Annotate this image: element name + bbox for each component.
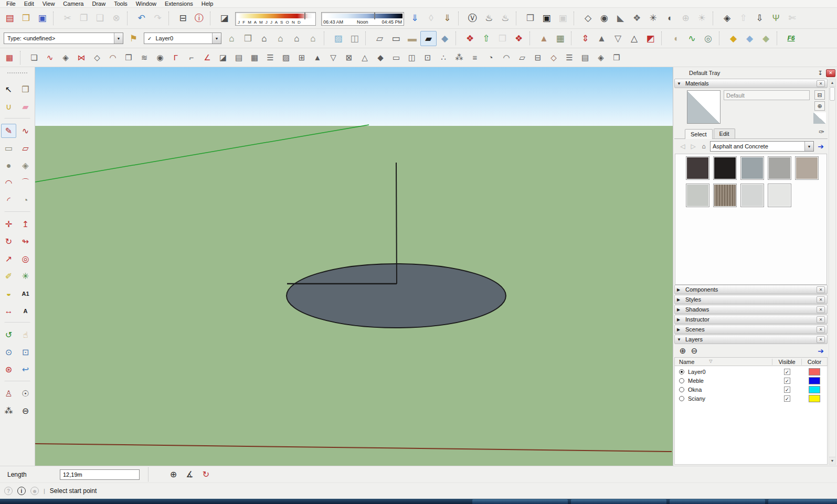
view-back-icon[interactable]: ⌂ — [289, 31, 305, 46]
user-icon[interactable]: ☻ — [30, 487, 39, 495]
menu-item[interactable]: File — [2, 0, 20, 7]
plugin-tool-37-icon[interactable]: ◈ — [593, 50, 609, 65]
axes-tool[interactable]: ✳ — [18, 269, 33, 283]
layer-radio[interactable] — [679, 387, 684, 392]
plugin-tool-15-icon[interactable]: ▦ — [247, 50, 262, 65]
orbit-tool[interactable]: ↺ — [1, 328, 16, 342]
vray-clipper-icon[interactable]: ✄ — [784, 10, 800, 26]
layer-color-swatch[interactable] — [809, 386, 820, 393]
layer-radio[interactable] — [679, 378, 684, 383]
wire-sphere-icon[interactable]: ◎ — [700, 31, 716, 46]
forward-arrow-icon[interactable]: ▷ — [689, 142, 697, 151]
menu-item[interactable]: Edit — [20, 0, 38, 7]
materials-section-header[interactable]: ▼ Materials ✕ — [674, 79, 828, 88]
tray-section-header[interactable]: ▶ Components ✕ — [674, 285, 828, 294]
layer-dropdown[interactable]: ✓ Layer0 ▼ — [144, 33, 221, 44]
sandbox-from-scratch-icon[interactable]: ▦ — [552, 31, 568, 46]
plugin-tool-04-icon[interactable]: ⋈ — [73, 50, 89, 65]
soap-skin-box-blue-icon[interactable]: ◆ — [741, 31, 758, 46]
print-icon[interactable]: ⊟ — [175, 10, 191, 26]
paint-bucket-tool[interactable]: ∪ — [1, 100, 16, 114]
download-component-icon[interactable]: ❒ — [494, 31, 511, 46]
layer-radio[interactable] — [679, 369, 684, 374]
menu-item[interactable]: Draw — [88, 0, 110, 7]
share-model-icon[interactable]: ❖ — [462, 31, 478, 46]
rectangle-tool[interactable]: ▭ — [1, 141, 16, 155]
layers-close-button[interactable]: ✕ — [817, 336, 825, 343]
tray-section-header[interactable]: ▶ Styles ✕ — [674, 295, 828, 304]
column-name[interactable]: Name — [679, 359, 694, 365]
plugin-tool-10-icon[interactable]: Γ — [168, 50, 184, 65]
toggle-terrain-icon[interactable]: ◊ — [423, 10, 439, 26]
vray-logo-icon[interactable]: Ⓥ — [464, 10, 481, 26]
layer-row[interactable]: Layer0 ✓ — [675, 367, 827, 376]
tab-select[interactable]: Select — [685, 129, 713, 139]
layer-row[interactable]: Meble ✓ — [675, 376, 827, 385]
create-material-button[interactable]: ⊕ — [814, 101, 825, 111]
info-icon[interactable]: i — [17, 487, 26, 495]
sandbox-from-contours-icon[interactable]: ▲ — [536, 31, 552, 46]
layer-name[interactable]: Meble — [688, 378, 772, 384]
layer-name[interactable]: Okna — [688, 387, 772, 393]
circle-tool[interactable]: ● — [1, 158, 16, 173]
vray-render-icon[interactable]: ♨ — [481, 10, 497, 26]
fredo6-tools-icon[interactable]: F6 — [783, 31, 799, 46]
position-camera-tool[interactable]: ♙ — [1, 387, 16, 401]
vray-asset-editor-icon[interactable]: ❒ — [522, 10, 538, 26]
collapse-arrow-icon[interactable]: ▼ — [677, 81, 682, 86]
plugin-tool-36-icon[interactable]: ▤ — [577, 50, 593, 65]
tray-close-button[interactable]: ✕ — [826, 69, 835, 77]
walk-tool[interactable]: ⁂ — [1, 404, 16, 418]
shadow-time-slider[interactable]: 06:43 AM Noon 04:45 PM — [321, 12, 404, 26]
section-close-button[interactable]: ✕ — [817, 286, 825, 293]
plugin-tool-25-icon[interactable]: ◫ — [404, 50, 420, 65]
toolbar-grip[interactable] — [7, 72, 27, 75]
tray-scrollbar[interactable]: ▲ ▼ — [829, 79, 836, 465]
section-plane-tool[interactable]: ⊖ — [18, 404, 33, 418]
plugin-tool-30-icon[interactable]: ◔ — [483, 50, 499, 65]
expand-arrow-icon[interactable]: ▶ — [677, 307, 682, 312]
back-arrow-icon[interactable]: ◁ — [679, 142, 687, 151]
rotated-rectangle-tool[interactable]: ▱ — [18, 141, 33, 155]
plugin-tool-17-icon[interactable]: ▨ — [278, 50, 294, 65]
plugin-tool-22-icon[interactable]: △ — [357, 50, 373, 65]
section-close-button[interactable]: ✕ — [817, 296, 825, 303]
menu-item[interactable]: Window — [132, 0, 161, 7]
materials-close-button[interactable]: ✕ — [817, 80, 825, 87]
section-close-button[interactable]: ✕ — [817, 326, 825, 333]
expand-arrow-icon[interactable]: ▶ — [677, 317, 682, 322]
monochrome-icon[interactable]: ◆ — [437, 31, 453, 46]
plugin-tool-21-icon[interactable]: ⊠ — [341, 50, 357, 65]
soap-skin-box-yellow-icon[interactable]: ◆ — [725, 31, 741, 46]
layer-name[interactable]: Sciany — [688, 395, 772, 402]
vray-interactive-render-icon[interactable]: ♨ — [497, 10, 513, 26]
plugin-tool-14-icon[interactable]: ▤ — [231, 50, 247, 65]
expand-arrow-icon[interactable]: ▶ — [677, 297, 682, 302]
share-component-icon[interactable]: ⇧ — [478, 31, 494, 46]
model-info-icon[interactable]: ⓘ — [191, 10, 207, 26]
two-point-arc-tool[interactable]: ⌒ — [18, 176, 33, 190]
make-component-tool[interactable]: ❒ — [18, 82, 33, 96]
classification-type-dropdown[interactable]: Type: <undefined> ▼ — [4, 33, 123, 44]
plugin-tool-11-icon[interactable]: ⌐ — [184, 50, 199, 65]
dropdown-arrow-icon[interactable]: ▼ — [212, 33, 221, 44]
view-top-icon[interactable]: ⌂ — [272, 31, 289, 46]
shaded-with-textures-icon[interactable]: ▰ — [420, 31, 437, 46]
offset-tool[interactable]: ◎ — [18, 252, 33, 266]
zoom-window-tool[interactable]: ⊡ — [18, 345, 33, 359]
plugin-tool-38-icon[interactable]: ❒ — [609, 50, 624, 65]
plugin-tool-09-icon[interactable]: ◉ — [152, 50, 168, 65]
date-slider-handle[interactable] — [304, 13, 305, 19]
plugin-tool-20-icon[interactable]: ▽ — [325, 50, 341, 65]
vray-frame-buffer-icon[interactable]: ▣ — [538, 10, 555, 26]
hidden-line-icon[interactable]: ▭ — [388, 31, 404, 46]
taskbar-button[interactable] — [571, 499, 666, 504]
rotate-tool[interactable]: ↻ — [1, 234, 16, 249]
taskbar-button[interactable] — [768, 499, 837, 504]
vray-spot-light-icon[interactable]: ◣ — [612, 10, 629, 26]
measurement-input[interactable] — [60, 469, 140, 480]
visible-checkbox[interactable]: ✓ — [784, 387, 790, 393]
follow-me-tool[interactable]: ↬ — [18, 234, 33, 249]
dropdown-arrow-icon[interactable]: ▼ — [114, 33, 123, 44]
move-tool[interactable]: ✛ — [1, 217, 16, 231]
